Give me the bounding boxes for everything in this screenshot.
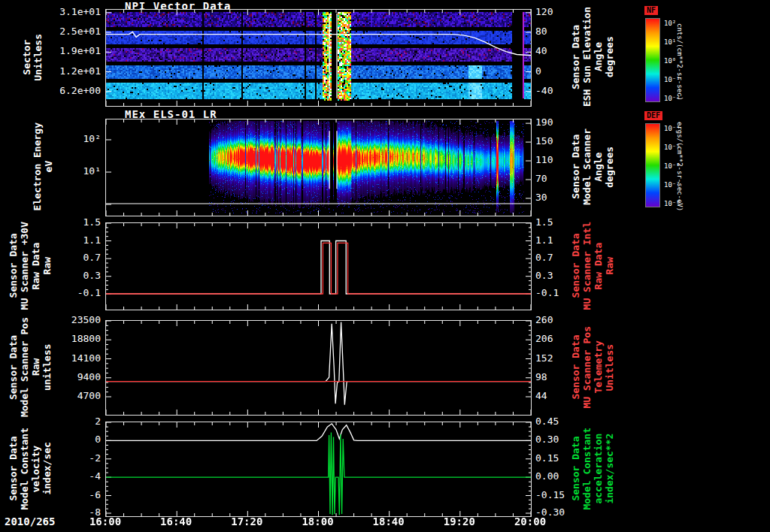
panel5-left-axis-label-text: Sensor Data Model Constant velocity inde… — [8, 428, 53, 510]
y-tick-label-left: 2.5e+01 — [48, 26, 101, 37]
panel3-left-axis-label-text: Sensor Data MU Scanner +30V Raw Data Raw — [8, 222, 53, 310]
y-tick-label-right: 30 — [535, 192, 582, 203]
def-colorbar — [645, 123, 660, 207]
plot-screen: NPI Vector Data MEx ELS-01 LR Sector Uni… — [0, 0, 770, 532]
nf-colorbar-title: NF — [644, 6, 658, 15]
y-tick-label-right: 44 — [535, 390, 582, 401]
nf-colorbar-unit-text: cnts/(cm**2-sr-sec) — [676, 23, 684, 101]
panel3-left-axis-label: Sensor Data MU Scanner +30V Raw Data Raw — [6, 222, 54, 309]
panel1-plot-area — [105, 9, 532, 107]
y-tick-label-left: 1.1 — [48, 234, 101, 246]
def-colorbar-title: DEF — [644, 111, 662, 120]
y-tick-label-left: 18800 — [48, 333, 101, 344]
y-tick-label-right: 190 — [535, 116, 582, 128]
y-tick-label-left: 0 — [48, 434, 101, 445]
y-tick-label-left: 1.5 — [48, 216, 101, 228]
y-tick-label-right: 70 — [535, 173, 582, 184]
y-tick-label-right: 260 — [535, 314, 582, 325]
panel5-left-axis-label: Sensor Data Model Constant velocity inde… — [6, 422, 54, 515]
esh-sun-elevation-line — [106, 32, 531, 55]
colorbar-tick-label: 10⁻¹ — [664, 76, 681, 83]
y-tick-label-right: 0.3 — [535, 270, 582, 281]
colorbar-tick-label: 10⁻⁷ — [664, 181, 681, 189]
line-series — [106, 432, 531, 515]
y-tick-label-left: 10¹ — [48, 165, 101, 177]
y-tick-label-left: -4 — [48, 470, 101, 482]
x-tick-label: 19:20 — [429, 515, 490, 527]
y-tick-label-right: 0.30 — [535, 434, 582, 445]
panel3-plot-area — [105, 222, 532, 310]
y-tick-label-right: 120 — [535, 6, 582, 17]
y-tick-label-right: -0.1 — [535, 287, 582, 298]
y-tick-label-left: 2 — [48, 416, 101, 427]
y-tick-label-right: 0.7 — [535, 252, 582, 263]
mu-scanner-plot — [106, 223, 531, 310]
line-series — [106, 243, 531, 294]
y-tick-label-right: 152 — [535, 352, 582, 364]
line-series — [106, 322, 531, 405]
els-overlay — [106, 119, 531, 216]
colorbar-tick-label: 10² — [664, 20, 676, 27]
y-tick-label-left: -2 — [48, 452, 101, 464]
panel1-left-axis-label: Sector Unitless — [17, 9, 48, 105]
y-tick-label-left: -6 — [48, 489, 101, 500]
x-tick-label: 16:00 — [75, 515, 135, 527]
panel5-plot-area — [105, 422, 532, 517]
line-series — [106, 241, 531, 295]
colorbar-tick-label: 10⁻² — [664, 95, 681, 102]
colorbar-tick-label: 10⁰ — [664, 57, 676, 65]
y-tick-label-left: 3.1e+01 — [48, 6, 101, 17]
y-tick-label-right: 0.45 — [535, 416, 582, 427]
panel4-plot-area — [105, 320, 532, 416]
y-tick-label-right: 40 — [535, 45, 582, 56]
y-tick-label-left: 6.2e+00 — [48, 85, 101, 96]
y-tick-label-right: 150 — [535, 135, 582, 147]
x-tick-label: 17:20 — [217, 515, 277, 527]
y-tick-label-left: 1.9e+01 — [48, 45, 101, 56]
panel4-left-axis-label-text: Sensor Data Model Scanner Pos Raw unitle… — [8, 317, 53, 417]
y-tick-label-right: 98 — [535, 371, 582, 382]
colorbar-tick-label: 10¹ — [664, 38, 676, 46]
colorbar-tick-label: 10⁻⁵ — [664, 144, 681, 151]
panel4-left-axis-label: Sensor Data Model Scanner Pos Raw unitle… — [6, 320, 54, 414]
y-tick-label-left: 1.2e+01 — [48, 65, 101, 77]
y-tick-label-right: 206 — [535, 333, 582, 344]
x-tick-label: 20:00 — [500, 515, 560, 527]
y-tick-label-right: 0.00 — [535, 470, 582, 482]
y-tick-label-right: -40 — [535, 85, 582, 96]
y-tick-label-right: 0 — [535, 65, 582, 77]
model-constant-plot — [106, 422, 531, 516]
x-tick-label: 18:00 — [288, 515, 348, 527]
y-tick-label-left: -0.1 — [48, 287, 101, 298]
scanner-pos-plot — [106, 321, 531, 415]
panel2-plot-area — [105, 119, 532, 216]
y-tick-label-right: 0.15 — [535, 452, 582, 464]
y-tick-label-right: 1.1 — [535, 234, 582, 246]
npi-overlay — [106, 10, 531, 106]
y-tick-label-left: 23500 — [48, 314, 101, 325]
nf-colorbar — [645, 18, 660, 102]
y-tick-label-right: -0.15 — [535, 489, 582, 500]
y-tick-label-left: 0.3 — [48, 270, 101, 281]
x-tick-label: 16:40 — [146, 515, 206, 527]
colorbar-tick-label: 10⁻⁶ — [664, 162, 681, 170]
colorbar-tick-label: 10⁻⁸ — [664, 200, 681, 207]
y-tick-label-left: 0.7 — [48, 252, 101, 263]
y-tick-label-right: 80 — [535, 26, 582, 37]
y-tick-label-left: 10² — [48, 133, 101, 144]
y-tick-label-left: 9400 — [48, 371, 101, 382]
colorbar-tick-label: 10⁻⁴ — [664, 125, 681, 132]
y-tick-label-right: 110 — [535, 154, 582, 165]
y-tick-label-left: 4700 — [48, 390, 101, 401]
y-tick-label-right: 1.5 — [535, 216, 582, 228]
x-tick-label: 18:40 — [359, 515, 419, 527]
panel1-left-axis-label-text: Sector Unitless — [21, 34, 44, 81]
y-tick-label-left: 14100 — [48, 352, 101, 364]
